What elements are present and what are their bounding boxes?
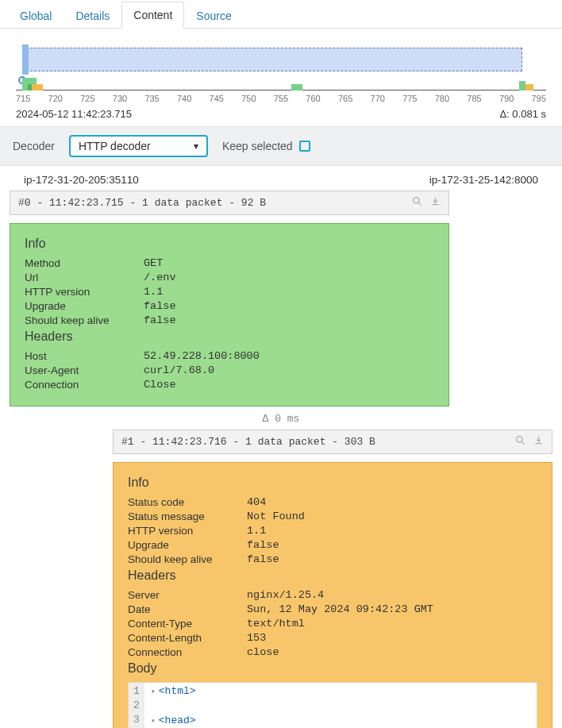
keep-selected-checkbox[interactable]: Keep selected bbox=[222, 140, 310, 152]
value-upgrade: false bbox=[247, 539, 279, 551]
endpoints-row: ip-172-31-20-205:35110 ip-172-31-25-142:… bbox=[0, 166, 562, 194]
timeline-packet-marker bbox=[32, 84, 43, 91]
fold-icon[interactable]: ▾ bbox=[151, 685, 157, 699]
value-server: nginx/1.25.4 bbox=[247, 589, 324, 601]
value-http-version: 1.1 bbox=[247, 525, 266, 537]
tick: 795 bbox=[532, 94, 546, 103]
inter-packet-delta: Δ 0 ms bbox=[10, 413, 552, 425]
timeline-timestamp: 2024-05-12 11:42:23.715 bbox=[16, 108, 132, 120]
fold-icon[interactable]: ▾ bbox=[151, 715, 157, 728]
value-url: /.env bbox=[144, 272, 176, 283]
value-http-version: 1.1 bbox=[144, 286, 163, 298]
svg-line-1 bbox=[418, 202, 421, 205]
decoder-label: Decoder bbox=[13, 140, 55, 152]
timeline-packet-marker bbox=[525, 84, 533, 91]
decoder-bar: Decoder HTTP decoder ▾ Keep selected bbox=[0, 126, 562, 166]
tick: 775 bbox=[402, 94, 417, 103]
packet-scroll-area[interactable]: #0 - 11:42:23.715 - 1 data packet - 92 B… bbox=[0, 191, 562, 728]
code-line: <html> bbox=[159, 685, 196, 697]
svg-point-0 bbox=[414, 198, 419, 203]
label-upgrade: Upgrade bbox=[25, 300, 144, 312]
value-connection: Close bbox=[144, 379, 176, 391]
decoder-select[interactable]: HTTP decoder ▾ bbox=[69, 135, 208, 157]
label-method: Method bbox=[25, 257, 144, 269]
section-title-info: Info bbox=[128, 476, 537, 490]
label-connection: Connection bbox=[25, 379, 144, 391]
label-keep-alive: Should keep alive bbox=[128, 553, 247, 565]
download-icon[interactable] bbox=[430, 196, 441, 210]
tick: 740 bbox=[177, 94, 191, 103]
response-packet-header: #1 - 11:42:23.716 - 1 data packet - 303 … bbox=[113, 429, 552, 454]
label-upgrade: Upgrade bbox=[128, 539, 247, 551]
label-content-length: Content-Length bbox=[128, 632, 247, 644]
download-icon[interactable] bbox=[533, 435, 544, 449]
code-content: ▾<html> ▾<head> <title>404 Not Found</ti… bbox=[144, 683, 345, 728]
value-user-agent: curl/7.68.0 bbox=[144, 364, 214, 376]
label-date: Date bbox=[128, 603, 247, 615]
keep-selected-label: Keep selected bbox=[222, 140, 293, 152]
chevron-down-icon: ▾ bbox=[194, 141, 198, 152]
timeline: 715 720 725 730 735 740 745 750 755 760 … bbox=[0, 29, 562, 126]
svg-point-2 bbox=[517, 437, 522, 442]
decoder-selected-value: HTTP decoder bbox=[79, 140, 151, 152]
timeline-span-bar bbox=[22, 48, 522, 71]
response-packet-title: #1 - 11:42:23.716 - 1 data packet - 303 … bbox=[121, 436, 375, 448]
tick: 765 bbox=[338, 94, 352, 103]
response-card: Info Status code404 Status messageNot Fo… bbox=[113, 462, 552, 728]
response-body-code[interactable]: 1 2 3 4 ▾<html> ▾<head> <title>404 Not F… bbox=[128, 682, 537, 728]
code-line: <head> bbox=[159, 715, 196, 726]
value-status-message: Not Found bbox=[247, 510, 305, 522]
request-card: Info MethodGET Url/.env HTTP version1.1 … bbox=[10, 223, 449, 406]
value-content-type: text/html bbox=[247, 618, 305, 630]
timeline-start-marker bbox=[22, 44, 29, 75]
tick: 715 bbox=[16, 94, 30, 103]
label-content-type: Content-Type bbox=[128, 618, 247, 630]
value-connection: close bbox=[247, 646, 279, 658]
label-keep-alive: Should keep alive bbox=[25, 314, 144, 326]
tab-content[interactable]: Content bbox=[121, 2, 184, 29]
endpoint-dest: ip-172-31-25-142:8000 bbox=[429, 174, 538, 186]
tick: 785 bbox=[467, 94, 481, 103]
line-number: 3 bbox=[133, 713, 140, 727]
tick: 755 bbox=[274, 94, 288, 103]
tick: 735 bbox=[144, 94, 159, 103]
value-date: Sun, 12 May 2024 09:42:23 GMT bbox=[247, 603, 433, 615]
section-title-headers: Headers bbox=[128, 568, 537, 583]
timeline-footer: 2024-05-12 11:42:23.715 Δ: 0.081 s bbox=[16, 108, 546, 126]
timeline-ticks: 715 720 725 730 735 740 745 750 755 760 … bbox=[16, 94, 546, 103]
label-host: Host bbox=[25, 350, 144, 362]
label-url: Url bbox=[25, 272, 144, 283]
search-icon[interactable] bbox=[515, 435, 525, 449]
tick: 730 bbox=[113, 94, 127, 103]
section-title-info: Info bbox=[25, 237, 434, 251]
tick: 745 bbox=[210, 94, 224, 103]
endpoint-source: ip-172-31-20-205:35110 bbox=[24, 174, 139, 186]
tick: 790 bbox=[499, 94, 514, 103]
tick: 770 bbox=[371, 94, 385, 103]
request-packet-header: #0 - 11:42:23.715 - 1 data packet - 92 B bbox=[10, 191, 449, 215]
timeline-chart[interactable] bbox=[16, 37, 546, 91]
tab-bar: Global Details Content Source bbox=[0, 0, 562, 29]
tab-global[interactable]: Global bbox=[8, 2, 64, 29]
timeline-packet-marker bbox=[291, 84, 302, 91]
code-gutter: 1 2 3 4 bbox=[129, 683, 144, 728]
line-number: 1 bbox=[133, 684, 140, 699]
section-title-body: Body bbox=[128, 661, 537, 676]
line-number: 2 bbox=[133, 699, 140, 713]
value-upgrade: false bbox=[144, 300, 176, 312]
label-status-message: Status message bbox=[128, 510, 247, 522]
label-connection: Connection bbox=[128, 646, 247, 658]
tick: 750 bbox=[241, 94, 256, 103]
value-keep-alive: false bbox=[144, 314, 176, 326]
tick: 720 bbox=[48, 94, 63, 103]
timeline-packet-marker bbox=[519, 81, 525, 91]
label-http-version: HTTP version bbox=[25, 286, 144, 298]
value-content-length: 153 bbox=[247, 632, 266, 644]
label-status-code: Status code bbox=[128, 496, 247, 508]
svg-line-3 bbox=[522, 441, 524, 444]
request-packet-title: #0 - 11:42:23.715 - 1 data packet - 92 B bbox=[18, 197, 266, 209]
tab-source[interactable]: Source bbox=[184, 2, 243, 29]
search-icon[interactable] bbox=[412, 196, 422, 210]
tab-details[interactable]: Details bbox=[64, 2, 121, 29]
value-host: 52.49.228.100:8000 bbox=[144, 350, 260, 362]
